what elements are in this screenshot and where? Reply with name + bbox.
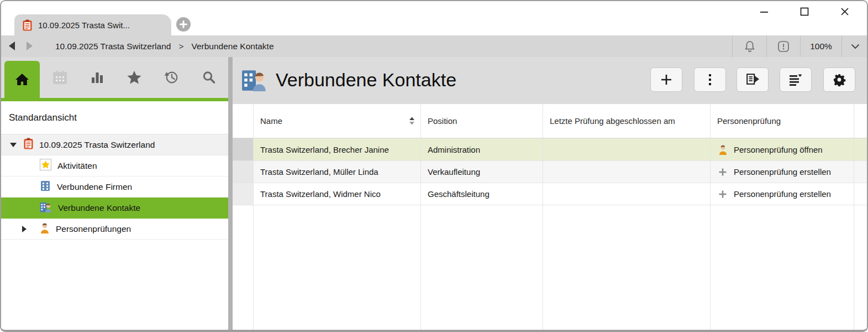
- report-button[interactable]: [737, 68, 769, 92]
- bell-icon: [744, 40, 756, 53]
- column-header-label: Position: [428, 116, 457, 126]
- row-selector-header[interactable]: [233, 104, 254, 138]
- notifications-button[interactable]: [733, 35, 766, 57]
- view-selector[interactable]: Standardansicht: [0, 101, 228, 134]
- sidebar-tab-history[interactable]: [160, 57, 182, 98]
- cell-position[interactable]: Administration: [421, 138, 543, 161]
- gear-icon: [833, 73, 846, 86]
- cell-name[interactable]: Trasta Switzerland, Müller Linda: [254, 161, 421, 183]
- plus-icon: [660, 73, 673, 86]
- dossier-clipboard-icon: [23, 19, 32, 31]
- new-tab-button[interactable]: [176, 17, 191, 32]
- cell-text: Trasta Switzerland, Brecher Janine: [260, 145, 389, 154]
- cell-position[interactable]: Verkaufleitung: [421, 161, 543, 183]
- cell-name[interactable]: Trasta Switzerland, Widmer Nico: [254, 183, 421, 205]
- more-actions-button[interactable]: [694, 68, 726, 92]
- document-tab[interactable]: 10.09.2025 Trasta Swit...: [14, 14, 171, 35]
- cell-action-create-check[interactable]: Personenprüfung erstellen: [711, 161, 854, 183]
- cell-position[interactable]: Geschäftsleitung: [421, 183, 543, 205]
- back-button[interactable]: [8, 41, 16, 53]
- filler-cell: [233, 205, 254, 332]
- cell-text: Verkaufleitung: [428, 167, 480, 177]
- sidebar-tab-search[interactable]: [198, 57, 220, 98]
- maximize-button[interactable]: [799, 7, 809, 16]
- plus-icon: [717, 190, 728, 199]
- star-icon: [127, 70, 142, 85]
- breadcrumb-separator: >: [178, 42, 183, 51]
- action-label: Personenprüfung erstellen: [734, 167, 831, 177]
- column-header-personenpruefung[interactable]: Personenprüfung: [711, 104, 854, 138]
- tree-item-aktivitaeten[interactable]: Aktivitäten: [0, 155, 228, 177]
- add-button[interactable]: [650, 68, 682, 92]
- column-header-name[interactable]: Name: [254, 104, 421, 138]
- chevron-down-icon: [851, 44, 860, 49]
- history-icon: [164, 70, 179, 85]
- filler-cell: [421, 205, 543, 332]
- sidebar-iconbar: [0, 57, 228, 98]
- person-icon: [717, 144, 728, 155]
- window-titlebar: [0, 0, 868, 15]
- breadcrumb-item-current[interactable]: Verbundene Kontakte: [191, 42, 273, 51]
- filler-cell: [854, 205, 868, 332]
- cell-action-create-check[interactable]: Personenprüfung erstellen: [711, 183, 854, 205]
- sidebar-splitter[interactable]: [228, 57, 233, 332]
- cell-last-check[interactable]: [543, 138, 711, 161]
- tab-title: 10.09.2025 Trasta Swit...: [38, 20, 130, 30]
- row-spacer: [854, 138, 868, 161]
- plus-icon: [180, 20, 187, 28]
- plus-icon: [717, 168, 728, 177]
- sidebar-tab-calendar[interactable]: [49, 57, 71, 98]
- close-button[interactable]: [840, 7, 849, 16]
- breadcrumb-bar: 10.09.2025 Trasta Switzerland > Verbunde…: [0, 35, 868, 57]
- tree-item-dossier[interactable]: 10.09.2025 Trasta Switzerland: [0, 134, 228, 155]
- tree-item-label: Verbundene Kontakte: [58, 203, 140, 213]
- tree-item-personenpruefungen[interactable]: Personenprüfungen: [0, 219, 228, 240]
- cell-text: Trasta Switzerland, Widmer Nico: [260, 189, 381, 199]
- caret-right-icon[interactable]: [21, 226, 28, 232]
- minimize-button[interactable]: [759, 7, 769, 16]
- cell-name[interactable]: Trasta Switzerland, Brecher Janine: [254, 138, 421, 161]
- filler-cell: [543, 205, 711, 332]
- filler-cell: [254, 205, 421, 332]
- company-contact-icon: [241, 68, 267, 94]
- cell-last-check[interactable]: [543, 161, 711, 183]
- contacts-table: Name Position Letzte Prüfung abgeschloss…: [233, 104, 868, 332]
- dossier-clipboard-icon: [24, 138, 33, 152]
- calendar-icon: [52, 70, 67, 85]
- cell-action-open-check[interactable]: Personenprüfung öffnen: [711, 138, 854, 161]
- search-icon: [202, 70, 216, 85]
- bar-chart-icon: [91, 71, 104, 84]
- person-icon: [40, 222, 50, 236]
- alerts-button[interactable]: [767, 35, 800, 57]
- column-header-position[interactable]: Position: [421, 104, 543, 138]
- main-header: Verbundene Kontakte: [233, 57, 868, 104]
- expand-menu-button[interactable]: [842, 35, 868, 57]
- column-header-letzte-pruefung[interactable]: Letzte Prüfung abgeschlossen am: [543, 104, 711, 138]
- sidebar-tab-favorites[interactable]: [123, 57, 145, 98]
- column-header-label: Letzte Prüfung abgeschlossen am: [550, 116, 675, 126]
- kebab-menu-icon: [708, 73, 712, 86]
- sidebar: Standardansicht 10.09.2025 Trasta Switze…: [0, 57, 228, 332]
- settings-button[interactable]: [823, 68, 855, 92]
- sidebar-tab-reports[interactable]: [86, 57, 108, 98]
- sort-list-icon: [788, 73, 803, 86]
- sort-indicator-icon: [409, 116, 415, 126]
- row-selector[interactable]: [233, 161, 254, 183]
- row-selector[interactable]: [233, 183, 254, 205]
- close-icon: [840, 7, 849, 16]
- row-selector[interactable]: [233, 138, 254, 161]
- breadcrumb-item-dossier[interactable]: 10.09.2025 Trasta Switzerland: [55, 42, 171, 51]
- home-icon: [15, 73, 29, 86]
- breadcrumb: 10.09.2025 Trasta Switzerland > Verbunde…: [55, 35, 274, 57]
- tree-item-verbundene-kontakte[interactable]: Verbundene Kontakte: [0, 198, 228, 219]
- action-label: Personenprüfung erstellen: [734, 189, 831, 199]
- zoom-level[interactable]: 100%: [801, 35, 841, 57]
- sort-filter-button[interactable]: [780, 68, 812, 92]
- caret-down-icon[interactable]: [10, 143, 17, 147]
- tree-item-verbundene-firmen[interactable]: Verbundene Firmen: [0, 177, 228, 198]
- back-arrow-icon: [8, 41, 16, 51]
- navigation-tree: 10.09.2025 Trasta Switzerland Aktivitäte…: [0, 134, 228, 240]
- forward-button[interactable]: [25, 41, 34, 53]
- sidebar-tab-home[interactable]: [4, 61, 40, 98]
- cell-last-check[interactable]: [543, 183, 711, 205]
